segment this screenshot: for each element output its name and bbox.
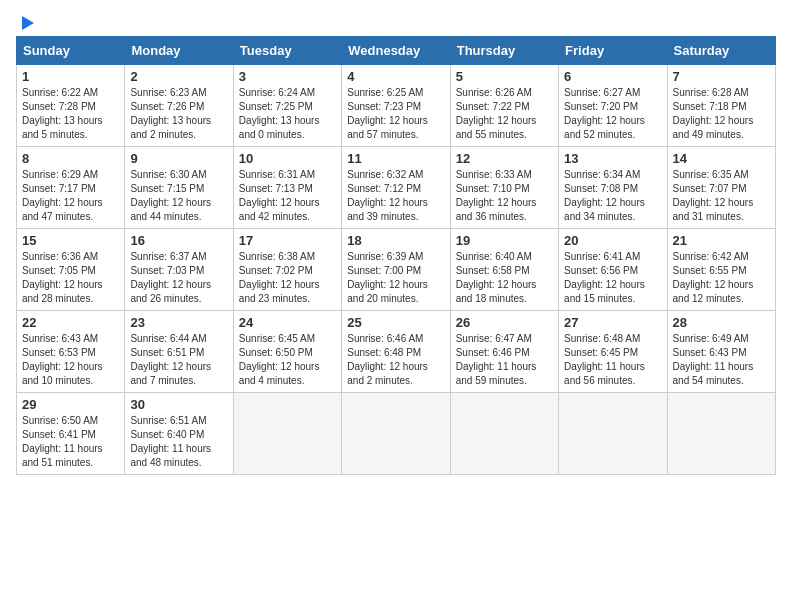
header-sunday: Sunday — [17, 37, 125, 65]
day-cell: 13 Sunrise: 6:34 AM Sunset: 7:08 PM Dayl… — [559, 147, 667, 229]
day-number: 22 — [22, 315, 119, 330]
day-cell: 24 Sunrise: 6:45 AM Sunset: 6:50 PM Dayl… — [233, 311, 341, 393]
day-cell: 17 Sunrise: 6:38 AM Sunset: 7:02 PM Dayl… — [233, 229, 341, 311]
day-number: 28 — [673, 315, 770, 330]
day-info: Sunrise: 6:42 AM Sunset: 6:55 PM Dayligh… — [673, 250, 770, 306]
day-info: Sunrise: 6:32 AM Sunset: 7:12 PM Dayligh… — [347, 168, 444, 224]
day-cell: 18 Sunrise: 6:39 AM Sunset: 7:00 PM Dayl… — [342, 229, 450, 311]
day-number: 20 — [564, 233, 661, 248]
day-number: 3 — [239, 69, 336, 84]
day-info: Sunrise: 6:47 AM Sunset: 6:46 PM Dayligh… — [456, 332, 553, 388]
header-friday: Friday — [559, 37, 667, 65]
day-info: Sunrise: 6:46 AM Sunset: 6:48 PM Dayligh… — [347, 332, 444, 388]
week-row-2: 8 Sunrise: 6:29 AM Sunset: 7:17 PM Dayli… — [17, 147, 776, 229]
day-number: 16 — [130, 233, 227, 248]
day-info: Sunrise: 6:48 AM Sunset: 6:45 PM Dayligh… — [564, 332, 661, 388]
day-number: 23 — [130, 315, 227, 330]
day-info: Sunrise: 6:31 AM Sunset: 7:13 PM Dayligh… — [239, 168, 336, 224]
day-cell — [559, 393, 667, 475]
day-cell: 29 Sunrise: 6:50 AM Sunset: 6:41 PM Dayl… — [17, 393, 125, 475]
day-number: 8 — [22, 151, 119, 166]
day-number: 12 — [456, 151, 553, 166]
day-cell: 20 Sunrise: 6:41 AM Sunset: 6:56 PM Dayl… — [559, 229, 667, 311]
day-info: Sunrise: 6:41 AM Sunset: 6:56 PM Dayligh… — [564, 250, 661, 306]
day-cell — [450, 393, 558, 475]
day-cell: 27 Sunrise: 6:48 AM Sunset: 6:45 PM Dayl… — [559, 311, 667, 393]
day-info: Sunrise: 6:33 AM Sunset: 7:10 PM Dayligh… — [456, 168, 553, 224]
week-row-3: 15 Sunrise: 6:36 AM Sunset: 7:05 PM Dayl… — [17, 229, 776, 311]
day-number: 17 — [239, 233, 336, 248]
header-saturday: Saturday — [667, 37, 775, 65]
day-cell: 30 Sunrise: 6:51 AM Sunset: 6:40 PM Dayl… — [125, 393, 233, 475]
day-cell: 11 Sunrise: 6:32 AM Sunset: 7:12 PM Dayl… — [342, 147, 450, 229]
day-cell: 23 Sunrise: 6:44 AM Sunset: 6:51 PM Dayl… — [125, 311, 233, 393]
week-row-4: 22 Sunrise: 6:43 AM Sunset: 6:53 PM Dayl… — [17, 311, 776, 393]
day-cell: 8 Sunrise: 6:29 AM Sunset: 7:17 PM Dayli… — [17, 147, 125, 229]
day-info: Sunrise: 6:27 AM Sunset: 7:20 PM Dayligh… — [564, 86, 661, 142]
day-info: Sunrise: 6:28 AM Sunset: 7:18 PM Dayligh… — [673, 86, 770, 142]
week-row-5: 29 Sunrise: 6:50 AM Sunset: 6:41 PM Dayl… — [17, 393, 776, 475]
day-cell: 1 Sunrise: 6:22 AM Sunset: 7:28 PM Dayli… — [17, 65, 125, 147]
day-info: Sunrise: 6:23 AM Sunset: 7:26 PM Dayligh… — [130, 86, 227, 142]
day-number: 24 — [239, 315, 336, 330]
day-info: Sunrise: 6:24 AM Sunset: 7:25 PM Dayligh… — [239, 86, 336, 142]
day-number: 18 — [347, 233, 444, 248]
day-info: Sunrise: 6:37 AM Sunset: 7:03 PM Dayligh… — [130, 250, 227, 306]
day-info: Sunrise: 6:35 AM Sunset: 7:07 PM Dayligh… — [673, 168, 770, 224]
day-number: 13 — [564, 151, 661, 166]
day-cell: 10 Sunrise: 6:31 AM Sunset: 7:13 PM Dayl… — [233, 147, 341, 229]
svg-marker-0 — [22, 16, 34, 30]
day-cell — [233, 393, 341, 475]
day-number: 1 — [22, 69, 119, 84]
day-number: 26 — [456, 315, 553, 330]
day-info: Sunrise: 6:39 AM Sunset: 7:00 PM Dayligh… — [347, 250, 444, 306]
day-number: 29 — [22, 397, 119, 412]
day-number: 21 — [673, 233, 770, 248]
day-cell: 22 Sunrise: 6:43 AM Sunset: 6:53 PM Dayl… — [17, 311, 125, 393]
page-header — [16, 16, 776, 26]
day-cell: 15 Sunrise: 6:36 AM Sunset: 7:05 PM Dayl… — [17, 229, 125, 311]
day-info: Sunrise: 6:44 AM Sunset: 6:51 PM Dayligh… — [130, 332, 227, 388]
day-number: 2 — [130, 69, 227, 84]
day-cell: 4 Sunrise: 6:25 AM Sunset: 7:23 PM Dayli… — [342, 65, 450, 147]
day-cell: 14 Sunrise: 6:35 AM Sunset: 7:07 PM Dayl… — [667, 147, 775, 229]
day-number: 19 — [456, 233, 553, 248]
header-monday: Monday — [125, 37, 233, 65]
day-number: 4 — [347, 69, 444, 84]
day-info: Sunrise: 6:25 AM Sunset: 7:23 PM Dayligh… — [347, 86, 444, 142]
day-number: 15 — [22, 233, 119, 248]
header-wednesday: Wednesday — [342, 37, 450, 65]
day-info: Sunrise: 6:50 AM Sunset: 6:41 PM Dayligh… — [22, 414, 119, 470]
day-cell: 9 Sunrise: 6:30 AM Sunset: 7:15 PM Dayli… — [125, 147, 233, 229]
logo — [16, 16, 36, 26]
day-cell: 16 Sunrise: 6:37 AM Sunset: 7:03 PM Dayl… — [125, 229, 233, 311]
day-cell: 25 Sunrise: 6:46 AM Sunset: 6:48 PM Dayl… — [342, 311, 450, 393]
day-number: 7 — [673, 69, 770, 84]
day-cell: 26 Sunrise: 6:47 AM Sunset: 6:46 PM Dayl… — [450, 311, 558, 393]
day-cell: 7 Sunrise: 6:28 AM Sunset: 7:18 PM Dayli… — [667, 65, 775, 147]
day-cell: 21 Sunrise: 6:42 AM Sunset: 6:55 PM Dayl… — [667, 229, 775, 311]
day-number: 25 — [347, 315, 444, 330]
day-number: 27 — [564, 315, 661, 330]
calendar-table: SundayMondayTuesdayWednesdayThursdayFrid… — [16, 36, 776, 475]
day-cell: 6 Sunrise: 6:27 AM Sunset: 7:20 PM Dayli… — [559, 65, 667, 147]
logo-arrow-icon — [18, 14, 36, 32]
day-info: Sunrise: 6:30 AM Sunset: 7:15 PM Dayligh… — [130, 168, 227, 224]
day-cell: 19 Sunrise: 6:40 AM Sunset: 6:58 PM Dayl… — [450, 229, 558, 311]
day-info: Sunrise: 6:49 AM Sunset: 6:43 PM Dayligh… — [673, 332, 770, 388]
day-info: Sunrise: 6:38 AM Sunset: 7:02 PM Dayligh… — [239, 250, 336, 306]
day-cell: 28 Sunrise: 6:49 AM Sunset: 6:43 PM Dayl… — [667, 311, 775, 393]
day-number: 9 — [130, 151, 227, 166]
day-info: Sunrise: 6:34 AM Sunset: 7:08 PM Dayligh… — [564, 168, 661, 224]
day-number: 30 — [130, 397, 227, 412]
day-cell: 2 Sunrise: 6:23 AM Sunset: 7:26 PM Dayli… — [125, 65, 233, 147]
day-info: Sunrise: 6:22 AM Sunset: 7:28 PM Dayligh… — [22, 86, 119, 142]
day-cell: 5 Sunrise: 6:26 AM Sunset: 7:22 PM Dayli… — [450, 65, 558, 147]
day-cell: 3 Sunrise: 6:24 AM Sunset: 7:25 PM Dayli… — [233, 65, 341, 147]
day-number: 11 — [347, 151, 444, 166]
header-thursday: Thursday — [450, 37, 558, 65]
day-info: Sunrise: 6:43 AM Sunset: 6:53 PM Dayligh… — [22, 332, 119, 388]
day-number: 6 — [564, 69, 661, 84]
week-row-1: 1 Sunrise: 6:22 AM Sunset: 7:28 PM Dayli… — [17, 65, 776, 147]
day-cell — [342, 393, 450, 475]
